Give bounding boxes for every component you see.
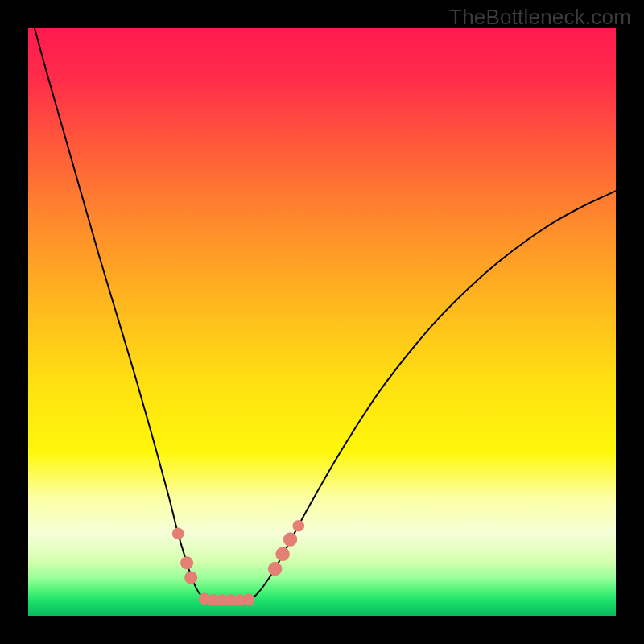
marker-left-upper (172, 528, 184, 540)
watermark-text: TheBottleneck.com (449, 5, 631, 30)
chart-frame: TheBottleneck.com (0, 0, 644, 644)
marker-group (172, 520, 304, 606)
chart-svg (28, 28, 616, 616)
marker-right-b (275, 547, 290, 562)
plot-area (28, 28, 616, 616)
marker-left-a (180, 556, 193, 569)
marker-right-upper (293, 520, 305, 532)
marker-right-c (283, 532, 298, 547)
marker-floor-6 (242, 593, 254, 605)
bottleneck-curve (28, 28, 616, 601)
marker-right-a (268, 562, 283, 576)
marker-left-b (184, 572, 197, 584)
